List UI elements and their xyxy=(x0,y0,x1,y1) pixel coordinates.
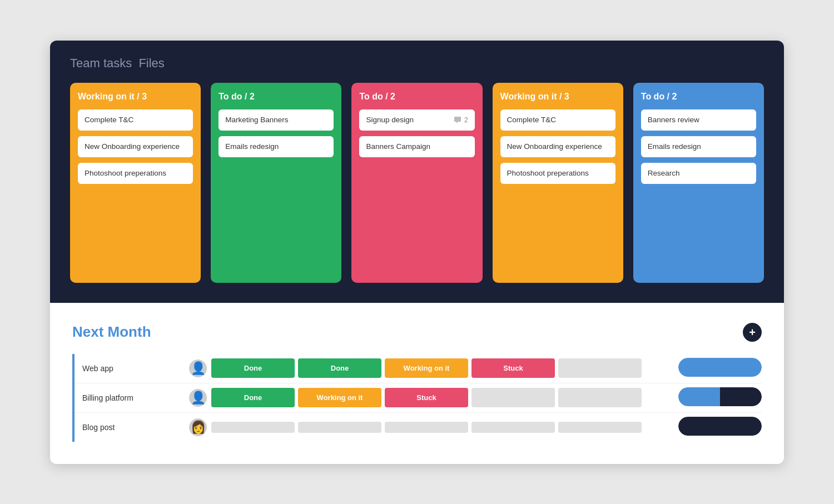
card-text: New Onboarding experience xyxy=(507,142,602,151)
card-text: Marketing Banners xyxy=(225,116,288,124)
card-text: Complete T&C xyxy=(85,116,133,124)
status-group-cell: DoneDoneWorking on itStuck xyxy=(211,354,669,383)
kanban-card[interactable]: Complete T&C xyxy=(500,109,615,131)
app-container: Team tasks Files Working on it / 3Comple… xyxy=(50,41,784,464)
card-text: Signup design xyxy=(366,116,414,124)
kanban-card[interactable]: Signup design2 xyxy=(359,109,474,131)
col-title: To do / 2 xyxy=(219,92,334,102)
progress-bar xyxy=(678,358,762,377)
card-text: Banners Campaign xyxy=(366,142,430,151)
status-group-cell xyxy=(211,412,669,442)
progress-cell xyxy=(669,412,762,442)
status-pill-1[interactable] xyxy=(298,422,381,433)
card-text: Banners review xyxy=(648,116,699,124)
card-text: Photoshoot preperations xyxy=(507,169,589,177)
task-name: Billing platform xyxy=(73,383,185,412)
next-month-title: Next Month xyxy=(72,323,151,341)
status-pill-1[interactable]: Working on it xyxy=(298,388,381,407)
kanban-card[interactable]: Marketing Banners xyxy=(219,109,334,131)
status-pill-3[interactable] xyxy=(471,388,555,407)
bottom-header: Next Month + xyxy=(72,323,762,342)
kanban-card[interactable]: Photoshoot preperations xyxy=(78,163,193,184)
status-group xyxy=(211,422,669,433)
kanban-col-col4: Working on it / 3Complete T&CNew Onboard… xyxy=(493,83,623,283)
status-pill-2[interactable]: Stuck xyxy=(385,388,468,407)
task-name: Web app xyxy=(73,354,185,383)
kanban-card[interactable]: Research xyxy=(641,163,756,184)
status-pill-0[interactable]: Done xyxy=(211,388,295,407)
progress-bar xyxy=(678,417,762,436)
card-text: Complete T&C xyxy=(507,116,556,124)
status-pill-3[interactable]: Stuck xyxy=(471,358,555,378)
status-pill-4[interactable] xyxy=(558,358,642,378)
top-section: Team tasks Files Working on it / 3Comple… xyxy=(50,41,784,303)
task-avatar: 👩 xyxy=(185,412,211,442)
status-pill-4[interactable] xyxy=(558,388,642,407)
col-title: To do / 2 xyxy=(359,92,474,102)
add-button[interactable]: + xyxy=(743,323,762,342)
table-row: Web app👤DoneDoneWorking on itStuck xyxy=(73,354,762,383)
kanban-card[interactable]: Emails redesign xyxy=(641,136,756,157)
card-text: New Onboarding experience xyxy=(85,142,180,151)
kanban-card[interactable]: New Onboarding experience xyxy=(78,136,193,157)
status-pill-2[interactable]: Working on it xyxy=(385,358,468,378)
status-group-cell: DoneWorking on itStuck xyxy=(211,383,669,412)
kanban-card[interactable]: Banners review xyxy=(641,109,756,131)
kanban-card[interactable]: Complete T&C xyxy=(78,109,193,131)
kanban-col-col1: Working on it / 3Complete T&CNew Onboard… xyxy=(70,83,201,283)
status-group: DoneWorking on itStuck xyxy=(211,388,669,407)
status-group: DoneDoneWorking on itStuck xyxy=(211,358,669,378)
col-title: Working on it / 3 xyxy=(78,92,193,102)
kanban-card[interactable]: New Onboarding experience xyxy=(500,136,615,157)
status-pill-2[interactable] xyxy=(385,422,468,433)
card-comment: 2 xyxy=(453,116,468,124)
card-text: Research xyxy=(648,169,680,177)
page-title: Team tasks Files xyxy=(70,56,764,71)
progress-cell xyxy=(669,354,762,383)
status-pill-1[interactable]: Done xyxy=(298,358,381,378)
bottom-section: Next Month + Web app👤DoneDoneWorking on … xyxy=(50,303,784,464)
task-name: Blog post xyxy=(73,412,185,442)
table-row: Billing platform👤DoneWorking on itStuck xyxy=(73,383,762,412)
title-light: Files xyxy=(138,56,164,70)
avatar: 👤 xyxy=(189,360,207,377)
title-bold: Team tasks xyxy=(70,56,132,70)
status-pill-0[interactable] xyxy=(211,422,295,433)
kanban-col-col3: To do / 2Signup design2Banners Campaign xyxy=(351,83,482,283)
avatar: 👩 xyxy=(189,418,207,436)
table-row: Blog post👩 xyxy=(73,412,762,442)
task-table: Web app👤DoneDoneWorking on itStuckBillin… xyxy=(72,354,762,442)
status-pill-0[interactable]: Done xyxy=(211,358,295,378)
card-text: Photoshoot preperations xyxy=(85,169,166,177)
kanban-card[interactable]: Photoshoot preperations xyxy=(500,163,615,184)
top-header: Team tasks Files xyxy=(70,56,764,71)
card-text: Emails redesign xyxy=(648,142,701,151)
col-title: To do / 2 xyxy=(641,92,756,102)
kanban-card[interactable]: Emails redesign xyxy=(219,136,334,157)
avatar: 👤 xyxy=(189,389,207,407)
col-title: Working on it / 3 xyxy=(500,92,615,102)
kanban-col-col5: To do / 2Banners reviewEmails redesignRe… xyxy=(633,83,764,283)
task-avatar: 👤 xyxy=(185,354,211,383)
card-text: Emails redesign xyxy=(225,142,279,151)
kanban-board: Working on it / 3Complete T&CNew Onboard… xyxy=(70,83,764,283)
task-avatar: 👤 xyxy=(185,383,211,412)
status-pill-3[interactable] xyxy=(471,422,555,433)
kanban-card[interactable]: Banners Campaign xyxy=(359,136,474,157)
kanban-col-col2: To do / 2Marketing BannersEmails redesig… xyxy=(211,83,341,283)
status-pill-4[interactable] xyxy=(558,422,642,433)
progress-bar xyxy=(678,387,762,406)
progress-cell xyxy=(669,383,762,412)
